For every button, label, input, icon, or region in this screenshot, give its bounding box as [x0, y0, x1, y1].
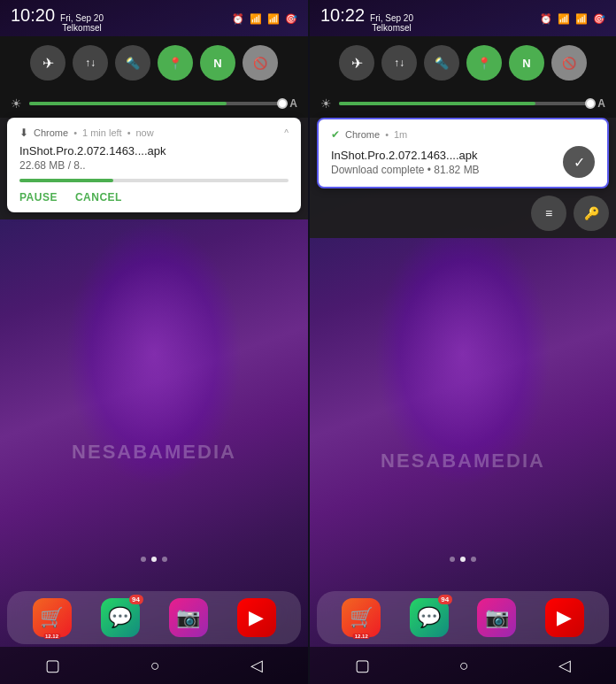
download-icon: ⬇	[19, 127, 28, 139]
left-main-area: NESABAMEDIA 🛒 12.12 94 💬 📷	[0, 219, 308, 684]
right-qs-dnd[interactable]: 🚫	[551, 45, 587, 81]
right-notification-card: ✔ Chrome • 1m InShot.Pro.2.072.1463....a…	[317, 118, 609, 188]
auto-brightness-icon: A	[289, 97, 297, 110]
pause-button[interactable]: PAUSE	[19, 191, 58, 204]
right-page-dots	[310, 550, 616, 569]
right-nav-back[interactable]: ◁	[544, 652, 585, 679]
left-dot-2	[151, 557, 157, 562]
right-app-shopee[interactable]: 🛒 12.12	[342, 598, 381, 637]
right-complete-circle[interactable]: ✓	[563, 146, 595, 178]
left-carrier-info: Fri, Sep 20 Telkomsel	[60, 13, 104, 33]
left-qs-flash[interactable]: 🔦	[115, 45, 150, 81]
right-brightness-track[interactable]	[339, 102, 590, 105]
camera-icon: 📷	[169, 598, 208, 637]
left-notif-size: 22.68 MB / 8..	[19, 159, 289, 172]
location-icon: 📍	[168, 57, 182, 70]
right-main-area: NESABAMEDIA 🛒 12.12 94 💬 📷	[310, 238, 616, 684]
right-dot-1	[450, 557, 455, 562]
right-alarm-icon: ⏰	[540, 13, 552, 25]
right-brightness-fill	[339, 102, 535, 105]
left-notif-filename: InShot.Pro.2.072.1463....apk	[19, 144, 289, 158]
left-status-icons: ⏰ 📶 📶 🎯	[232, 13, 297, 25]
right-wifi-icon: 📶	[558, 13, 570, 25]
right-qs-airplane[interactable]: ✈	[339, 45, 374, 81]
right-notif-sep: •	[385, 129, 389, 140]
left-dot-3	[162, 557, 167, 562]
right-brightness-low-icon: ☀	[320, 96, 332, 111]
left-page-dots	[0, 550, 308, 569]
right-app-camera[interactable]: 📷	[477, 598, 516, 637]
right-key-button[interactable]: 🔑	[574, 196, 609, 231]
left-app-camera[interactable]: 📷	[169, 598, 208, 637]
right-notification-area: ✈ ↑↓ 🔦 📍 N 🚫 ☀	[310, 36, 616, 238]
right-notif-header: ✔ Chrome • 1m	[331, 128, 595, 141]
right-dock: 🛒 12.12 94 💬 📷 ▶	[317, 591, 609, 644]
wifi-icon: 📶	[250, 13, 262, 25]
left-dot-1	[141, 557, 146, 562]
right-notif-complete-content: InShot.Pro.2.072.1463....apk Download co…	[331, 146, 595, 178]
left-app-whatsapp[interactable]: 94 💬	[101, 598, 140, 637]
right-brightness-bar: ☀ A	[310, 89, 616, 118]
right-carrier-info: Fri, Sep 20 Telkomsel	[370, 13, 413, 33]
left-notif-now: now	[135, 127, 153, 138]
left-nav-circle[interactable]: ○	[136, 653, 174, 679]
right-qs-location[interactable]: 📍	[466, 45, 502, 81]
left-qs-data[interactable]: ↑↓	[73, 45, 108, 81]
right-status-bar: 10:22 Fri, Sep 20 Telkomsel ⏰ 📶 📶 🎯	[310, 0, 616, 36]
left-notif-expand[interactable]: ^	[284, 128, 289, 138]
signal-icon: 📶	[267, 13, 280, 25]
left-qs-dnd[interactable]: 🚫	[243, 45, 278, 81]
right-phone-content: 10:22 Fri, Sep 20 Telkomsel ⏰ 📶 📶 🎯 ✈	[310, 0, 616, 684]
left-notification-card: ⬇ Chrome • 1 min left • now ^ InShot.Pro…	[7, 118, 301, 212]
right-qs-data[interactable]: ↑↓	[381, 45, 417, 81]
brightness-low-icon: ☀	[11, 96, 22, 111]
nfc-icon: N	[213, 57, 221, 70]
right-location-icon: 📍	[477, 57, 491, 70]
right-notif-status: Download complete • 81.82 MB	[331, 164, 556, 176]
cancel-button[interactable]: CANCEL	[75, 191, 122, 204]
right-time: 10:22	[320, 5, 365, 26]
left-nav-bar: ▢ ○ ◁	[0, 647, 308, 684]
youtube-icon: ▶	[237, 598, 276, 637]
right-qs-nfc[interactable]: N	[509, 45, 544, 81]
right-notif-text: InShot.Pro.2.072.1463....apk Download co…	[331, 149, 556, 176]
right-app-whatsapp[interactable]: 94 💬	[410, 598, 449, 637]
right-shopee-icon: 🛒	[342, 598, 381, 637]
left-quick-settings: ✈ ↑↓ 🔦 📍 N 🚫	[0, 36, 308, 89]
right-brightness-thumb	[585, 98, 596, 109]
left-watermark: NESABAMEDIA	[72, 441, 236, 464]
shopee-icon: 🛒	[33, 598, 72, 637]
left-qs-nfc[interactable]: N	[200, 45, 235, 81]
right-check-icon: ✔	[331, 128, 340, 141]
right-quick-settings: ✈ ↑↓ 🔦 📍 N 🚫	[310, 36, 616, 89]
left-notif-progress-fill	[19, 179, 113, 182]
left-notif-timedetail: 1 min left	[82, 127, 122, 138]
right-dot-3	[471, 557, 476, 562]
left-qs-airplane[interactable]: ✈	[30, 45, 65, 81]
right-auto-brightness-icon: A	[597, 97, 605, 110]
right-camera-icon: 📷	[477, 598, 516, 637]
left-brightness-track[interactable]	[29, 102, 282, 105]
right-filter-button[interactable]: ≡	[531, 196, 566, 231]
left-nav-back[interactable]: ◁	[236, 652, 277, 679]
right-phone-panel: 10:22 Fri, Sep 20 Telkomsel ⏰ 📶 📶 🎯 ✈	[308, 0, 616, 684]
right-qs-flash[interactable]: 🔦	[424, 45, 459, 81]
left-nav-square[interactable]: ▢	[31, 652, 74, 679]
left-phone-panel: 10:20 Fri, Sep 20 Telkomsel ⏰ 📶 📶 🎯 ✈	[0, 0, 308, 684]
right-data-icon: ↑↓	[394, 57, 404, 69]
right-app-youtube[interactable]: ▶	[545, 598, 584, 637]
right-nav-circle[interactable]: ○	[445, 653, 483, 679]
left-notif-progress	[19, 179, 289, 182]
right-watermark: NESABAMEDIA	[381, 450, 545, 473]
right-airplane-icon: ✈	[351, 55, 363, 72]
left-status-bar: 10:20 Fri, Sep 20 Telkomsel ⏰ 📶 📶 🎯	[0, 0, 308, 36]
left-brightness-fill	[29, 102, 227, 105]
left-app-shopee[interactable]: 🛒 12.12	[33, 598, 72, 637]
left-dock: 🛒 12.12 94 💬 📷 ▶	[7, 591, 301, 644]
left-qs-location[interactable]: 📍	[158, 45, 193, 81]
right-whatsapp-badge: 94	[438, 595, 452, 604]
left-notif-sep1: •	[73, 127, 77, 138]
right-nav-square[interactable]: ▢	[341, 652, 384, 679]
right-nav-bar: ▢ ○ ◁	[310, 647, 616, 684]
left-app-youtube[interactable]: ▶	[237, 598, 276, 637]
